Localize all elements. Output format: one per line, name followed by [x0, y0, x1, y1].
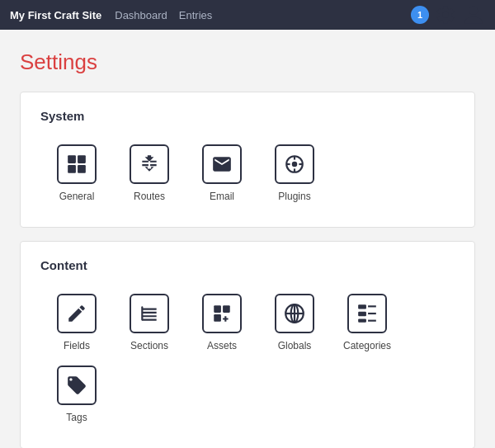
svg-rect-11: [214, 305, 221, 313]
icon-label-general: General: [59, 191, 95, 204]
plugins-icon-box: [275, 144, 314, 184]
fields-icon-box: [57, 294, 97, 333]
svg-rect-10: [141, 306, 143, 320]
svg-rect-18: [358, 304, 366, 309]
section-content: ContentFieldsSectionsAssetsGlobalsCatego…: [20, 241, 475, 448]
icon-grid-content: FieldsSectionsAssetsGlobalsCategoriesTag…: [40, 287, 455, 431]
routes-icon-box: [130, 144, 169, 184]
cards-container: SystemGeneralRoutesEmailPluginsContentFi…: [20, 92, 475, 448]
gear-icon: [435, 4, 456, 26]
user-icon: [463, 4, 484, 26]
icon-label-email: Email: [210, 191, 234, 204]
icon-grid-system: GeneralRoutesEmailPlugins: [40, 138, 455, 210]
icon-label-assets: Assets: [207, 340, 237, 353]
icon-label-plugins: Plugins: [278, 191, 310, 204]
email-icon-box: [202, 144, 242, 184]
icon-item-routes[interactable]: Routes: [113, 138, 186, 210]
page-title: Settings: [20, 50, 475, 75]
icon-item-fields[interactable]: Fields: [40, 287, 113, 360]
categories-icon-box: [347, 294, 387, 333]
svg-rect-0: [68, 155, 76, 163]
sections-icon-box: [130, 294, 169, 333]
user-button[interactable]: [462, 3, 485, 26]
icon-item-globals[interactable]: Globals: [258, 287, 331, 360]
navbar-brand: My First Craft Site: [10, 9, 101, 21]
section-title-content: Content: [40, 258, 455, 272]
icon-label-tags: Tags: [66, 412, 87, 425]
icon-label-fields: Fields: [64, 340, 90, 353]
icon-label-categories: Categories: [343, 340, 391, 353]
general-icon-box: [57, 144, 97, 184]
icon-item-categories[interactable]: Categories: [331, 287, 403, 360]
section-title-system: System: [40, 109, 455, 123]
svg-rect-3: [78, 165, 86, 173]
globals-icon-box: [275, 294, 314, 333]
section-system: SystemGeneralRoutesEmailPlugins: [20, 92, 475, 228]
page-content: Settings SystemGeneralRoutesEmailPlugins…: [0, 30, 495, 448]
svg-rect-12: [223, 305, 230, 313]
svg-rect-19: [358, 311, 366, 315]
svg-rect-20: [358, 318, 366, 322]
navbar-link-dashboard[interactable]: Dashboard: [115, 9, 167, 21]
gear-button[interactable]: [434, 3, 457, 26]
icon-label-globals: Globals: [278, 340, 312, 353]
navbar-icons: 1: [411, 3, 485, 26]
notification-badge[interactable]: 1: [411, 6, 429, 24]
tags-icon-box: [57, 365, 97, 405]
icon-label-sections: Sections: [130, 340, 168, 353]
icon-item-general[interactable]: General: [40, 138, 113, 210]
svg-rect-2: [68, 165, 76, 173]
icon-item-sections[interactable]: Sections: [113, 287, 186, 360]
assets-icon-box: [202, 294, 242, 333]
svg-point-5: [292, 162, 298, 167]
navbar: My First Craft Site Dashboard Entries 1: [0, 0, 495, 30]
icon-item-assets[interactable]: Assets: [186, 287, 258, 360]
navbar-link-entries[interactable]: Entries: [179, 9, 212, 21]
icon-item-plugins[interactable]: Plugins: [258, 138, 331, 210]
svg-rect-1: [78, 155, 86, 163]
icon-label-routes: Routes: [134, 191, 165, 204]
svg-rect-13: [214, 314, 221, 322]
icon-item-email[interactable]: Email: [186, 138, 258, 210]
icon-item-tags[interactable]: Tags: [40, 359, 113, 431]
